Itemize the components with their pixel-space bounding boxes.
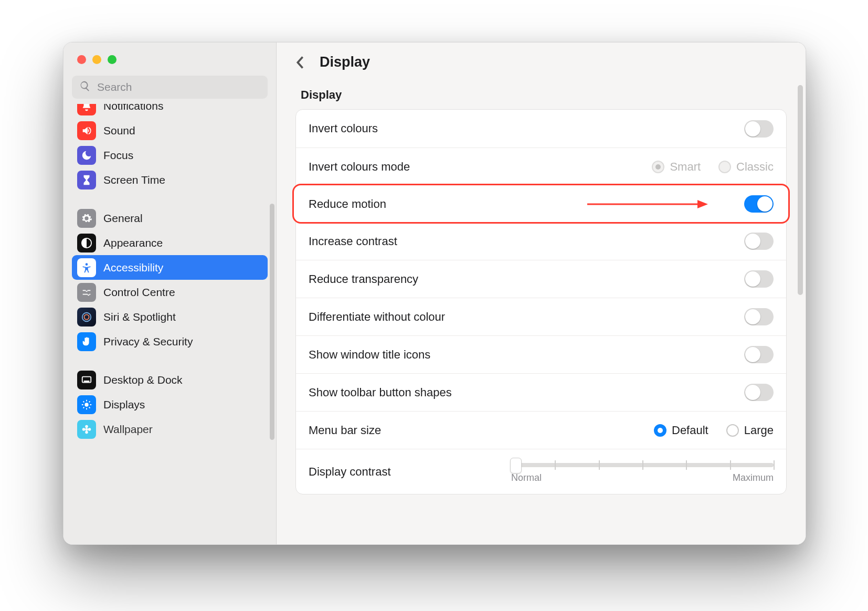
window-controls <box>63 43 276 64</box>
svg-point-3 <box>84 314 89 319</box>
minimize-window-button[interactable] <box>92 55 101 64</box>
search-field[interactable] <box>72 76 268 99</box>
bell-icon <box>77 104 96 115</box>
sidebar-item-appearance[interactable]: Appearance <box>72 230 268 255</box>
radio-label: Large <box>744 424 774 437</box>
sidebar-item-label: Appearance <box>103 237 163 249</box>
sidebar-item-label: Wallpaper <box>103 423 153 436</box>
hourglass-icon <box>77 171 96 189</box>
row-reduce-motion: Reduce motion <box>293 185 789 223</box>
search-input[interactable] <box>96 80 260 94</box>
sidebar-scrollbar[interactable] <box>270 204 274 440</box>
radio-group-invert-mode: Smart Classic <box>652 160 774 174</box>
label-invert-colours: Invert colours <box>309 122 744 135</box>
sidebar-item-label: Control Centre <box>103 286 175 299</box>
slider-display-contrast[interactable]: Normal Maximum <box>511 460 774 483</box>
label-reduce-motion: Reduce motion <box>309 197 744 211</box>
radio-invert-mode-smart[interactable]: Smart <box>652 160 701 174</box>
section-heading-display: Display <box>301 88 787 102</box>
radio-label: Default <box>672 424 708 437</box>
radio-label: Classic <box>736 160 774 174</box>
row-invert-colours-mode: Invert colours mode Smart Classic <box>296 148 786 185</box>
radio-invert-mode-classic[interactable]: Classic <box>718 160 774 174</box>
sidebar-item-label: Focus <box>103 149 133 162</box>
brightness-icon <box>77 395 96 414</box>
label-increase-contrast: Increase contrast <box>309 235 744 248</box>
contrast-icon <box>77 234 96 252</box>
accessibility-icon <box>77 258 96 277</box>
label-menu-bar-size: Menu bar size <box>309 424 654 437</box>
label-reduce-transparency: Reduce transparency <box>309 272 744 286</box>
sidebar-item-notifications[interactable]: Notifications <box>72 104 268 118</box>
svg-rect-5 <box>84 380 90 382</box>
label-display-contrast: Display contrast <box>309 465 511 479</box>
radio-group-menu-bar-size: Default Large <box>654 424 774 437</box>
sidebar-item-label: Displays <box>103 398 145 411</box>
slider-thumb[interactable] <box>510 458 522 473</box>
sidebar-item-siri-spotlight[interactable]: Siri & Spotlight <box>72 304 268 329</box>
svg-point-2 <box>82 312 91 321</box>
sidebar-item-label: Privacy & Security <box>103 335 193 348</box>
row-increase-contrast: Increase contrast <box>296 222 786 260</box>
content-scrollbar[interactable] <box>798 85 803 295</box>
label-show-window-title-icons: Show window title icons <box>309 348 744 362</box>
row-reduce-transparency: Reduce transparency <box>296 260 786 298</box>
hand-icon <box>77 332 96 351</box>
sidebar-item-general[interactable]: General <box>72 206 268 230</box>
label-invert-colours-mode: Invert colours mode <box>309 160 652 174</box>
sidebar-item-wallpaper[interactable]: Wallpaper <box>72 417 268 441</box>
search-icon <box>79 80 91 94</box>
svg-point-1 <box>86 263 88 266</box>
sidebar-item-screen-time[interactable]: Screen Time <box>72 167 268 192</box>
toggle-invert-colours[interactable] <box>744 120 774 138</box>
label-differentiate-without-colour: Differentiate without colour <box>309 310 744 324</box>
gear-icon <box>77 209 96 228</box>
titlebar: Display <box>277 43 806 79</box>
slider-min-label: Normal <box>511 472 542 483</box>
sidebar-item-label: Siri & Spotlight <box>103 311 176 323</box>
content-pane: Display Display Invert colours Invert co… <box>277 43 806 544</box>
sidebar-item-focus[interactable]: Focus <box>72 143 268 167</box>
display-settings-panel: Invert colours Invert colours mode Smart <box>295 109 787 494</box>
moon-icon <box>77 146 96 165</box>
sidebar-item-privacy-security[interactable]: Privacy & Security <box>72 329 268 354</box>
toggle-reduce-transparency[interactable] <box>744 270 774 288</box>
row-invert-colours: Invert colours <box>296 110 786 148</box>
sidebar-item-accessibility[interactable]: Accessibility <box>72 255 268 280</box>
back-button[interactable] <box>292 55 308 70</box>
sidebar-item-desktop-dock[interactable]: Desktop & Dock <box>72 367 268 392</box>
toggle-reduce-motion[interactable] <box>744 195 774 213</box>
sidebar-item-control-centre[interactable]: Control Centre <box>72 280 268 304</box>
svg-point-7 <box>85 428 88 431</box>
toggle-differentiate-without-colour[interactable] <box>744 308 774 325</box>
flower-icon <box>77 420 96 439</box>
sidebar-item-label: Screen Time <box>103 174 165 186</box>
slider-max-label: Maximum <box>733 472 774 483</box>
zoom-window-button[interactable] <box>108 55 117 64</box>
sidebar-item-label: Desktop & Dock <box>103 374 183 386</box>
toggle-increase-contrast[interactable] <box>744 233 774 250</box>
svg-point-6 <box>84 403 88 406</box>
sidebar-item-sound[interactable]: Sound <box>72 118 268 143</box>
row-display-contrast: Display contrast <box>296 449 786 494</box>
sidebar-item-label: General <box>103 212 143 225</box>
radio-menu-bar-size-default[interactable]: Default <box>654 424 708 437</box>
label-show-toolbar-button-shapes: Show toolbar button shapes <box>309 386 744 399</box>
sidebar-item-label: Notifications <box>103 104 163 112</box>
sidebar-item-displays[interactable]: Displays <box>72 392 268 417</box>
sidebar: Notifications Sound Focus <box>63 43 277 544</box>
row-differentiate-without-colour: Differentiate without colour <box>296 298 786 335</box>
siri-icon <box>77 308 96 326</box>
sidebar-item-label: Sound <box>103 124 135 137</box>
radio-menu-bar-size-large[interactable]: Large <box>726 424 774 437</box>
system-settings-window: Notifications Sound Focus <box>63 42 806 545</box>
row-menu-bar-size: Menu bar size Default Large <box>296 411 786 449</box>
speaker-icon <box>77 121 96 140</box>
toggle-show-toolbar-button-shapes[interactable] <box>744 384 774 401</box>
toggle-show-window-title-icons[interactable] <box>744 346 774 363</box>
dock-icon <box>77 371 96 389</box>
radio-label: Smart <box>670 160 701 174</box>
close-window-button[interactable] <box>77 55 86 64</box>
row-show-toolbar-button-shapes: Show toolbar button shapes <box>296 373 786 411</box>
row-show-window-title-icons: Show window title icons <box>296 335 786 373</box>
